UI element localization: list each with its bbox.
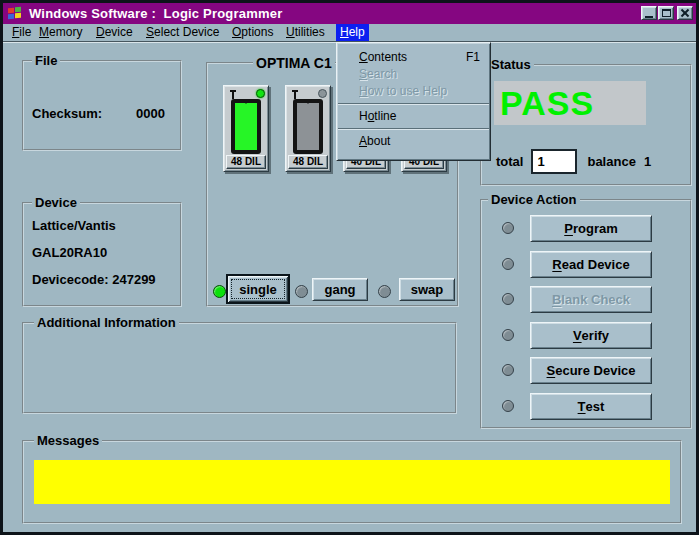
status-group-label: Status — [488, 58, 534, 72]
secure-device-led-icon — [502, 364, 514, 376]
checksum-row: Checksum: 0000 — [32, 106, 180, 121]
minimize-button[interactable] — [641, 6, 657, 20]
gang-mode-button[interactable]: gang — [312, 278, 368, 301]
device-action-group-label: Device Action — [488, 193, 580, 207]
single-mode-label: single — [239, 282, 277, 297]
menu-select-device[interactable]: Select Device — [142, 24, 223, 41]
socket-2-label: 48 DIL — [288, 155, 328, 169]
read-device-led-icon — [502, 258, 514, 270]
devicecode-label: Devicecode: — [32, 272, 109, 287]
socket-well — [293, 99, 323, 154]
help-menu-popup: Contents F1 Search How to use Help Hotli… — [336, 42, 491, 161]
read-device-button[interactable]: Read Device — [530, 251, 652, 278]
file-group: File Checksum: 0000 — [22, 60, 182, 151]
total-row: total balance 1 — [496, 149, 651, 174]
menu-memory[interactable]: Memory — [35, 24, 86, 41]
single-mode-led-icon — [213, 285, 226, 298]
secure-device-button[interactable]: Secure Device — [530, 357, 652, 384]
verify-button[interactable]: Verify — [530, 322, 652, 349]
balance-label: balance — [587, 154, 635, 169]
close-button[interactable] — [677, 6, 693, 20]
messages-group: Messages — [22, 440, 682, 524]
help-menu-hotline[interactable]: Hotline — [337, 108, 490, 125]
gang-mode-led-icon — [295, 285, 308, 298]
socket-well — [231, 99, 261, 154]
additional-information-label: Additional Information — [34, 316, 179, 330]
socket-lever-icon — [294, 90, 296, 99]
help-menu-hotline-label: Hotline — [359, 108, 396, 125]
help-menu-search: Search — [337, 66, 490, 83]
maximize-button[interactable] — [658, 6, 674, 20]
close-icon — [680, 8, 690, 18]
window-controls — [640, 6, 693, 20]
socket-2-button[interactable]: 48 DIL — [285, 85, 331, 172]
socket-2-led-icon — [318, 89, 327, 98]
file-group-label: File — [32, 54, 60, 68]
blank-check-button: Blank Check — [530, 286, 652, 313]
devicecode-value: 247299 — [112, 272, 155, 287]
socket-1-led-icon — [256, 89, 265, 98]
checksum-value: 0000 — [136, 106, 165, 121]
devicecode-row: Devicecode: 247299 — [32, 272, 156, 287]
menu-utilities[interactable]: Utilities — [282, 24, 329, 41]
help-menu-about-label: About — [359, 133, 390, 150]
maximize-icon — [662, 9, 671, 17]
app-icon — [7, 6, 23, 21]
menu-help[interactable]: Help — [336, 24, 369, 41]
status-result-panel: PASS — [494, 81, 646, 125]
action-row: Verify — [482, 322, 690, 349]
additional-information-group: Additional Information — [22, 322, 457, 414]
device-part: GAL20RA10 — [32, 245, 107, 260]
action-row: Read Device — [482, 251, 690, 278]
contents-shortcut: F1 — [466, 49, 480, 66]
socket-1-label: 48 DIL — [226, 155, 266, 169]
app-window: Windows Software : Logic Programmer File… — [0, 0, 699, 535]
balance-value: 1 — [644, 154, 651, 169]
blank-check-led-icon — [502, 293, 514, 305]
socket-lever-icon — [232, 90, 234, 99]
menu-file[interactable]: File — [8, 24, 35, 41]
help-menu-contents-label: Contents — [359, 49, 407, 66]
status-result-text: PASS — [494, 84, 594, 123]
device-group: Device Lattice/Vantis GAL20RA10 Deviceco… — [22, 202, 182, 307]
device-action-group: Device Action Program Read Device Blank … — [480, 199, 692, 429]
help-menu-how-to-use-help-label: How to use Help — [359, 83, 447, 100]
help-menu-how-to-use-help: How to use Help — [337, 83, 490, 100]
programmer-group-label: OPTIMA C1 — [253, 56, 335, 70]
total-input[interactable] — [531, 149, 577, 174]
status-group: Status PASS total balance 1 — [480, 64, 692, 186]
swap-mode-label: swap — [411, 282, 444, 297]
device-manufacturer: Lattice/Vantis — [32, 218, 116, 233]
minimize-icon — [645, 16, 653, 18]
help-menu-search-label: Search — [359, 66, 397, 83]
help-menu-about[interactable]: About — [337, 133, 490, 150]
gang-mode-label: gang — [324, 282, 355, 297]
program-button[interactable]: Program — [530, 215, 652, 242]
device-group-label: Device — [32, 196, 80, 210]
messages-group-label: Messages — [34, 434, 102, 448]
menubar: File Memory Device Select Device Options… — [3, 24, 696, 41]
total-label: total — [496, 154, 523, 169]
verify-led-icon — [502, 329, 514, 341]
test-led-icon — [502, 400, 514, 412]
action-row: Program — [482, 215, 690, 242]
window-title: Windows Software : Logic Programmer — [29, 6, 282, 21]
single-mode-button[interactable]: single — [227, 275, 289, 303]
menu-separator — [338, 103, 489, 105]
swap-mode-button[interactable]: swap — [399, 278, 455, 301]
help-menu-contents[interactable]: Contents F1 — [337, 49, 490, 66]
menu-separator — [338, 128, 489, 130]
action-row: Blank Check — [482, 286, 690, 313]
message-bar — [34, 460, 670, 504]
menu-device[interactable]: Device — [92, 24, 137, 41]
checksum-label: Checksum: — [32, 106, 102, 121]
socket-1-button[interactable]: 48 DIL — [223, 85, 269, 172]
swap-mode-led-icon — [378, 285, 391, 298]
titlebar: Windows Software : Logic Programmer — [3, 3, 696, 24]
menu-options[interactable]: Options — [228, 24, 277, 41]
program-led-icon — [502, 222, 514, 234]
action-row: Secure Device — [482, 357, 690, 384]
test-button[interactable]: Test — [530, 393, 652, 420]
action-row: Test — [482, 393, 690, 420]
